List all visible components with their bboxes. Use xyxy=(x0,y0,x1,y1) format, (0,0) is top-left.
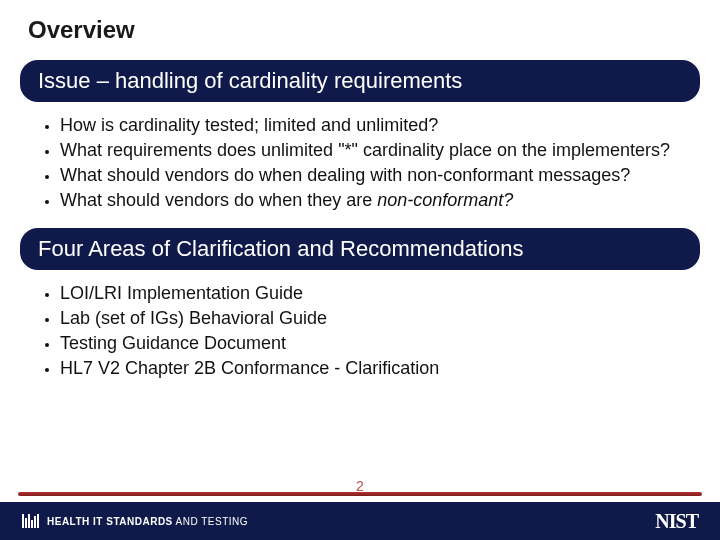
footer: HEALTH IT STANDARDS AND TESTING NIST xyxy=(0,492,720,540)
nist-logo-small-icon xyxy=(22,514,39,528)
list-item: What should vendors do when dealing with… xyxy=(60,164,692,187)
section2-heading: Four Areas of Clarification and Recommen… xyxy=(20,228,700,270)
footer-bar: HEALTH IT STANDARDS AND TESTING NIST xyxy=(0,502,720,540)
slide-title: Overview xyxy=(0,0,720,54)
section1-bullets: How is cardinality tested; limited and u… xyxy=(0,108,720,222)
footer-left-strong: HEALTH IT STANDARDS xyxy=(47,516,173,527)
list-item: What should vendors do when they are non… xyxy=(60,189,692,212)
section1-heading: Issue – handling of cardinality requirem… xyxy=(20,60,700,102)
footer-left: HEALTH IT STANDARDS AND TESTING xyxy=(22,514,248,528)
list-item: Testing Guidance Document xyxy=(60,332,692,355)
italic-text: non-conformant? xyxy=(377,190,513,210)
footer-left-rest: AND TESTING xyxy=(173,516,248,527)
list-item: Lab (set of IGs) Behavioral Guide xyxy=(60,307,692,330)
list-item: How is cardinality tested; limited and u… xyxy=(60,114,692,137)
nist-logo-right: NIST xyxy=(655,510,698,533)
footer-divider xyxy=(18,492,702,496)
list-item: LOI/LRI Implementation Guide xyxy=(60,282,692,305)
list-item: HL7 V2 Chapter 2B Conformance - Clarific… xyxy=(60,357,692,380)
section2-bullets: LOI/LRI Implementation Guide Lab (set of… xyxy=(0,276,720,390)
list-item: What requirements does unlimited "*" car… xyxy=(60,139,692,162)
